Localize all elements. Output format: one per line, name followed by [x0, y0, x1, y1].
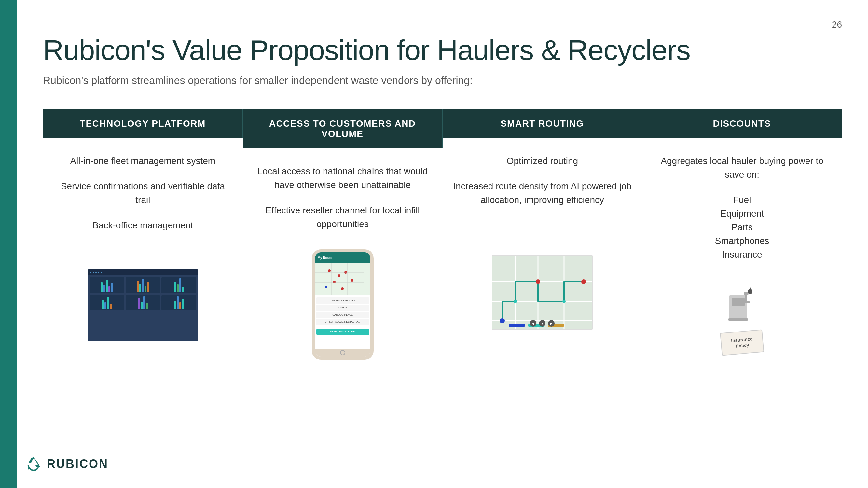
rubicon-logo-icon [26, 456, 42, 472]
mockup-topbar [88, 269, 198, 275]
column-header-tech-label: TECHNOLOGY PLATFORM [80, 119, 206, 129]
phone-list-item-1: COWBOYS ORLANDO [316, 297, 369, 304]
phone-list: COWBOYS ORLANDO CLEOS CAROL'S PLACE CHIN… [315, 295, 370, 327]
phone-mockup: My Route [312, 249, 374, 360]
svg-rect-24 [744, 301, 750, 303]
phone-list-item-3: CAROL'S PLACE [316, 312, 369, 318]
insurance-icon: InsurancePolicy [720, 329, 764, 356]
top-divider [43, 20, 842, 21]
map-svg [492, 256, 592, 329]
phone-nav-button[interactable]: START NAVIGATION [316, 329, 369, 335]
svg-marker-26 [748, 287, 752, 292]
discounts-point-2: Fuel Equipment Parts Smartphones Insuran… [652, 193, 832, 262]
phone-header: My Route [315, 253, 370, 263]
column-body-routing: Optimized routing Increased route densit… [443, 138, 643, 369]
page-number: 26 [832, 20, 842, 30]
page-subtitle: Rubicon's platform streamlines operation… [43, 74, 842, 87]
tech-point-2: Service confirmations and verifiable dat… [53, 180, 233, 207]
column-body-access: Local access to national chains that wou… [243, 148, 443, 369]
svg-rect-21 [732, 298, 745, 306]
routing-point-2: Increased route density from AI powered … [453, 180, 633, 207]
svg-rect-27 [728, 318, 748, 321]
columns-wrapper: TECHNOLOGY PLATFORM All-in-one fleet man… [43, 109, 842, 369]
svg-point-13 [536, 280, 540, 284]
column-header-access-label: ACCESS TO CUSTOMERS AND VOLUME [269, 119, 416, 139]
left-accent-bar [0, 0, 17, 488]
access-point-2: Effective reseller channel for local inf… [253, 204, 433, 231]
map-mockup: ◀ ● ▶ [492, 255, 593, 330]
column-header-routing: SMART ROUTING [443, 109, 643, 138]
page-title: Rubicon's Value Proposition for Haulers … [43, 33, 842, 67]
fuel-icon-container: InsurancePolicy [721, 286, 763, 354]
svg-point-15 [514, 300, 517, 303]
column-tech-platform: TECHNOLOGY PLATFORM All-in-one fleet man… [43, 109, 243, 369]
svg-point-12 [500, 318, 505, 323]
phone-home [315, 349, 370, 357]
tech-image [53, 251, 233, 360]
map-lines-svg [315, 263, 370, 295]
fuel-pump-icon [726, 286, 758, 321]
rubicon-logo-text: RUBICON [47, 457, 108, 471]
phone-list-item-4: CHINA PALACE RESTAURA... [316, 319, 369, 325]
column-discounts: DISCOUNTS Aggregates local hauler buying… [642, 109, 842, 369]
column-header-discounts-label: DISCOUNTS [713, 119, 771, 129]
svg-rect-5 [492, 256, 592, 329]
svg-point-14 [581, 280, 586, 284]
column-access: ACCESS TO CUSTOMERS AND VOLUME Local acc… [243, 109, 443, 369]
discounts-image: InsurancePolicy [652, 280, 832, 360]
phone-map [315, 263, 370, 295]
phone-home-circle [340, 350, 345, 355]
column-header-tech: TECHNOLOGY PLATFORM [43, 109, 243, 138]
column-body-discounts: Aggregates local hauler buying power to … [642, 138, 842, 369]
column-header-access: ACCESS TO CUSTOMERS AND VOLUME [243, 109, 443, 148]
discounts-point-1: Aggregates local hauler buying power to … [652, 154, 832, 182]
tech-point-3: Back-office management [53, 219, 233, 232]
column-body-tech: All-in-one fleet management system Servi… [43, 138, 243, 369]
svg-rect-17 [509, 324, 525, 327]
phone-list-item-2: CLEOS [316, 304, 369, 311]
column-routing: SMART ROUTING Optimized routing Increase… [443, 109, 643, 369]
dashboard-mockup [88, 269, 198, 341]
mockup-charts-top [88, 275, 198, 295]
column-header-discounts: DISCOUNTS [642, 109, 842, 138]
tech-point-1: All-in-one fleet management system [53, 154, 233, 168]
footer: RUBICON [26, 456, 108, 472]
routing-point-1: Optimized routing [453, 154, 633, 168]
page-content: 26 Rubicon's Value Proposition for Haule… [17, 0, 868, 488]
column-header-routing-label: SMART ROUTING [501, 119, 584, 129]
svg-point-16 [562, 300, 566, 303]
access-image: My Route [253, 249, 433, 360]
access-point-1: Local access to national chains that wou… [253, 165, 433, 192]
svg-rect-22 [744, 292, 749, 295]
routing-image: ◀ ● ▶ [453, 225, 633, 360]
mockup-charts-bottom [88, 295, 198, 312]
phone-screen: My Route [315, 253, 370, 349]
